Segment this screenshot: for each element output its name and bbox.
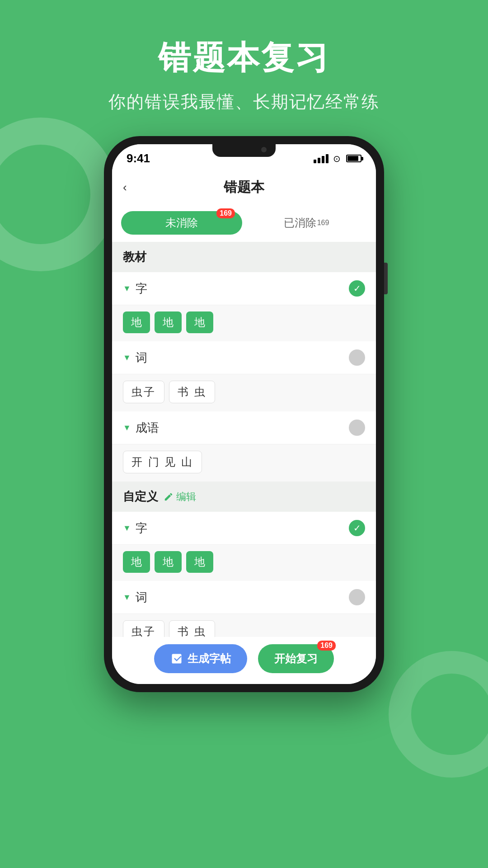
phone-side-button xyxy=(384,263,388,294)
chevron-down-icon: ▼ xyxy=(123,423,131,433)
chevron-down-icon: ▼ xyxy=(123,593,131,602)
screen-content[interactable]: 教材 ▼ 字 ✓ 地 地 地 ▼ xyxy=(112,242,376,637)
category-name-idiom-1: 成语 xyxy=(136,420,159,436)
generate-label: 生成字帖 xyxy=(188,651,231,666)
generate-button[interactable]: 生成字帖 xyxy=(154,644,247,673)
word-tag-outline[interactable]: 虫子 xyxy=(123,381,164,403)
words-row-char-2: 地 地 地 xyxy=(112,545,376,581)
tab-cleared[interactable]: 已消除 169 xyxy=(246,211,367,235)
word-tag-green-2a[interactable]: 地 xyxy=(123,551,150,573)
section-header-textbook: 教材 xyxy=(112,242,376,272)
phone-screen: 9:41 ⊙ ‹ 错题本 xyxy=(112,144,376,684)
gray-circle-word-1 xyxy=(349,349,365,366)
section-title-textbook: 教材 xyxy=(123,249,146,265)
category-row-char-1[interactable]: ▼ 字 ✓ xyxy=(112,272,376,305)
check-circle-char-2: ✓ xyxy=(349,520,365,536)
gray-circle-word-2 xyxy=(349,589,365,605)
words-row-char-1: 地 地 地 xyxy=(112,305,376,341)
category-left-char-2: ▼ 字 xyxy=(123,520,147,536)
category-name-char-1: 字 xyxy=(136,281,147,297)
category-row-char-2[interactable]: ▼ 字 ✓ xyxy=(112,512,376,545)
signal-bars-icon xyxy=(314,154,328,163)
word-tag-outline-word-2a[interactable]: 虫子 xyxy=(123,620,164,637)
word-tag-green-2c[interactable]: 地 xyxy=(186,551,213,573)
category-row-word-2[interactable]: ▼ 词 xyxy=(112,581,376,614)
word-tag-green-2b[interactable]: 地 xyxy=(155,551,182,573)
tab-cleared-badge: 169 xyxy=(317,219,329,227)
phone-camera xyxy=(261,147,267,152)
category-left-char-1: ▼ 字 xyxy=(123,281,147,297)
gray-circle-idiom-1 xyxy=(349,420,365,436)
status-time: 9:41 xyxy=(127,151,150,165)
start-label: 开始复习 xyxy=(274,651,318,666)
word-tag-green[interactable]: 地 xyxy=(123,311,150,333)
chevron-down-icon: ▼ xyxy=(123,284,131,293)
back-button[interactable]: ‹ xyxy=(123,180,127,194)
category-left-idiom-1: ▼ 成语 xyxy=(123,420,159,436)
signal-bar-3 xyxy=(322,156,324,163)
wifi-icon: ⊙ xyxy=(333,153,341,164)
section-edit-button[interactable]: 编辑 xyxy=(164,490,196,504)
word-tag-outline-idiom[interactable]: 开 门 见 山 xyxy=(123,451,202,473)
status-icons: ⊙ xyxy=(314,153,361,164)
section-title-custom: 自定义 xyxy=(123,489,158,505)
category-name-word-2: 词 xyxy=(136,590,147,605)
edit-label: 编辑 xyxy=(176,490,196,504)
category-row-idiom-1[interactable]: ▼ 成语 xyxy=(112,411,376,444)
app-header: ‹ 错题本 xyxy=(112,169,376,206)
words-row-idiom-1: 开 门 见 山 xyxy=(112,444,376,481)
category-name-char-2: 字 xyxy=(136,520,147,536)
signal-bar-4 xyxy=(326,154,328,163)
phone-wrapper: 9:41 ⊙ ‹ 错题本 xyxy=(0,136,488,692)
word-tag-green[interactable]: 地 xyxy=(186,311,213,333)
page-subtitle: 你的错误我最懂、长期记忆经常练 xyxy=(0,90,488,113)
app-title: 错题本 xyxy=(224,178,264,197)
page-title: 错题本复习 xyxy=(0,36,488,80)
category-row-word-1[interactable]: ▼ 词 xyxy=(112,341,376,374)
chevron-down-icon: ▼ xyxy=(123,524,131,533)
chevron-down-icon: ▼ xyxy=(123,353,131,363)
signal-bar-1 xyxy=(314,160,316,163)
generate-icon xyxy=(170,652,183,665)
words-row-word-1: 虫子 书 虫 xyxy=(112,374,376,411)
battery-fill xyxy=(347,156,358,161)
check-circle-char-1: ✓ xyxy=(349,280,365,297)
section-header-custom: 自定义 编辑 xyxy=(112,481,376,512)
category-left-word-1: ▼ 词 xyxy=(123,350,147,366)
battery-icon xyxy=(346,155,361,162)
words-row-word-2: 虫子 书 虫 xyxy=(112,614,376,637)
signal-bar-2 xyxy=(318,158,320,163)
word-tag-outline[interactable]: 书 虫 xyxy=(169,381,215,403)
bottom-bar: 生成字帖 开始复习 169 xyxy=(112,637,376,684)
phone-frame: 9:41 ⊙ ‹ 错题本 xyxy=(104,136,384,692)
word-tag-outline-word-2b[interactable]: 书 虫 xyxy=(169,620,215,637)
category-left-word-2: ▼ 词 xyxy=(123,590,147,605)
edit-icon xyxy=(164,492,174,502)
word-tag-green[interactable]: 地 xyxy=(155,311,182,333)
start-button[interactable]: 开始复习 169 xyxy=(258,644,334,673)
start-badge: 169 xyxy=(317,641,336,651)
tab-uncleared-badge: 169 xyxy=(216,208,235,218)
category-name-word-1: 词 xyxy=(136,350,147,366)
tabs-bar: 未消除 169 已消除 169 xyxy=(112,206,376,242)
page-header: 错题本复习 你的错误我最懂、长期记忆经常练 xyxy=(0,0,488,132)
tab-uncleared[interactable]: 未消除 169 xyxy=(121,211,242,235)
tab-cleared-label: 已消除 xyxy=(284,216,316,230)
tab-uncleared-label: 未消除 xyxy=(165,216,198,230)
